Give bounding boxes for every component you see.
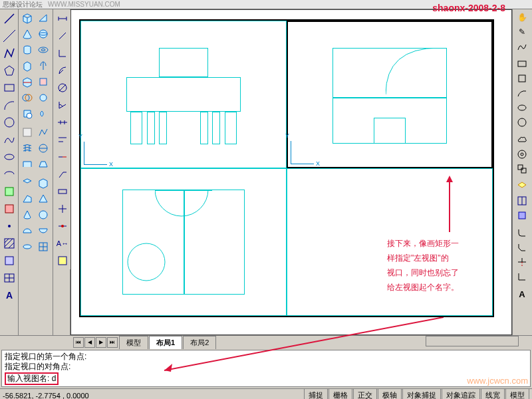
dimedit-tool[interactable]	[54, 217, 71, 235]
fillet-tool[interactable]	[513, 225, 531, 240]
region-tool[interactable]	[1, 252, 18, 269]
arc-tool[interactable]	[1, 96, 18, 114]
block-tool[interactable]	[1, 200, 18, 217]
ellipse-arc-tool[interactable]	[1, 166, 18, 183]
box2-tool[interactable]	[35, 175, 51, 191]
insert-tool[interactable]	[1, 183, 18, 200]
dome-tool[interactable]	[19, 223, 35, 239]
rsurf-tool[interactable]	[35, 140, 51, 156]
text-tool[interactable]: A	[513, 287, 531, 301]
freehand-tool[interactable]	[513, 39, 531, 54]
union-tool[interactable]	[35, 90, 51, 106]
viewport-top-left[interactable]: XY	[80, 21, 287, 168]
drawing-area[interactable]: XY XY 接下来，像画矩形一 样指定"	[70, 9, 512, 335]
sphere-tool[interactable]	[35, 26, 51, 42]
tab-next-button[interactable]: ▶	[96, 337, 106, 348]
ellipse-tool[interactable]	[1, 148, 18, 166]
status-snap[interactable]: 捕捉	[304, 388, 328, 399]
torus2-tool[interactable]	[19, 239, 35, 255]
dim-ordinate-tool[interactable]	[54, 45, 71, 62]
pencil-tool[interactable]: ✎	[513, 25, 531, 39]
hatch-tool[interactable]	[1, 235, 18, 252]
cloud-tool[interactable]	[513, 132, 531, 147]
leader-tool[interactable]	[54, 166, 71, 183]
pan-tool[interactable]: ✋	[513, 10, 531, 25]
polygon-tool[interactable]	[1, 62, 18, 79]
tsurf-tool[interactable]	[19, 156, 35, 172]
dim-linear-tool[interactable]	[54, 10, 71, 27]
status-model[interactable]: 模型	[505, 388, 529, 399]
dim-continue-tool[interactable]	[54, 148, 71, 166]
circle-tool[interactable]	[1, 114, 18, 131]
arc-mod-tool[interactable]	[513, 86, 531, 100]
status-otrack[interactable]: 对象追踪	[442, 388, 480, 399]
square-tool[interactable]	[513, 71, 531, 86]
layer-tool[interactable]	[513, 179, 531, 194]
tab-prev-button[interactable]: ◀	[84, 337, 95, 348]
command-window[interactable]: 指定视口的第一个角点: 指定视口的对角点: 输入视图名: d	[1, 350, 531, 387]
spline-tool[interactable]	[1, 131, 18, 148]
interfere-tool[interactable]	[19, 90, 35, 106]
mesh-tool[interactable]	[19, 140, 35, 156]
vport-tool[interactable]	[513, 194, 531, 208]
trim-tool[interactable]	[513, 255, 531, 269]
box-tool[interactable]	[19, 10, 35, 26]
zoom-tool[interactable]	[513, 208, 531, 223]
pline-tool[interactable]	[1, 45, 18, 62]
extrude-tool[interactable]	[19, 58, 35, 74]
status-lwt[interactable]: 线宽	[481, 388, 505, 399]
revolve-tool[interactable]	[35, 58, 51, 74]
mesh2-tool[interactable]	[35, 239, 51, 255]
subtract-tool[interactable]	[19, 106, 35, 122]
dimstyle-tool[interactable]	[54, 252, 71, 269]
status-grid[interactable]: 栅格	[329, 388, 352, 399]
3dpoly-tool[interactable]	[35, 124, 51, 140]
dim-diameter-tool[interactable]	[54, 79, 71, 96]
tab-model[interactable]: 模型	[119, 336, 148, 349]
tab-layout2[interactable]: 布局2	[183, 336, 216, 349]
tab-last-button[interactable]: ⏭	[107, 337, 118, 348]
multi-rect-tool[interactable]	[513, 162, 531, 176]
circle-mod-tool[interactable]	[513, 115, 531, 130]
dish-tool[interactable]	[35, 223, 51, 239]
dim-radius-tool[interactable]	[54, 62, 71, 79]
torus-tool[interactable]	[35, 42, 51, 58]
cone-tool[interactable]	[19, 26, 35, 42]
dim-aligned-tool[interactable]	[54, 27, 71, 45]
mtext-tool[interactable]: A	[1, 287, 18, 304]
pyramid-tool[interactable]	[35, 191, 51, 207]
sphere2-tool[interactable]	[35, 207, 51, 223]
viewport-top-right-active[interactable]: XY	[287, 21, 493, 168]
rect-tool[interactable]	[1, 79, 18, 96]
chamfer-tool[interactable]	[513, 240, 531, 255]
dim-angular-tool[interactable]	[54, 96, 71, 114]
viewport-bottom-left[interactable]	[80, 168, 287, 316]
tab-first-button[interactable]: ⏮	[73, 337, 84, 348]
slice-tool[interactable]	[19, 74, 35, 90]
command-input-value[interactable]: d	[52, 374, 57, 383]
center-tool[interactable]	[54, 200, 71, 217]
qdim-tool[interactable]	[54, 114, 71, 131]
status-osnap[interactable]: 对象捕捉	[402, 388, 441, 399]
status-ortho[interactable]: 正交	[353, 388, 377, 399]
intersect-tool[interactable]	[35, 106, 51, 122]
status-polar[interactable]: 极轴	[378, 388, 402, 399]
section-tool[interactable]	[35, 74, 51, 90]
wedge-tool[interactable]	[35, 10, 51, 26]
donut-tool[interactable]	[513, 147, 531, 162]
point-tool[interactable]	[1, 217, 18, 235]
angle-tool[interactable]	[513, 269, 531, 284]
h-scrollbar[interactable]	[426, 336, 519, 346]
line-tool[interactable]	[1, 10, 18, 27]
3dface-tool[interactable]	[19, 175, 35, 191]
esurf-tool[interactable]	[35, 156, 51, 172]
ellipse-mod-tool[interactable]	[513, 100, 531, 115]
cylinder-tool[interactable]	[19, 42, 35, 58]
tolerance-tool[interactable]	[54, 183, 71, 200]
cone2-tool[interactable]	[19, 207, 35, 223]
tab-layout1[interactable]: 布局1	[149, 336, 182, 349]
setup-tool[interactable]	[19, 124, 35, 140]
dimtedit-tool[interactable]: A↔	[54, 235, 71, 252]
xline-tool[interactable]	[1, 27, 18, 45]
rect-mod-tool[interactable]	[513, 57, 531, 71]
